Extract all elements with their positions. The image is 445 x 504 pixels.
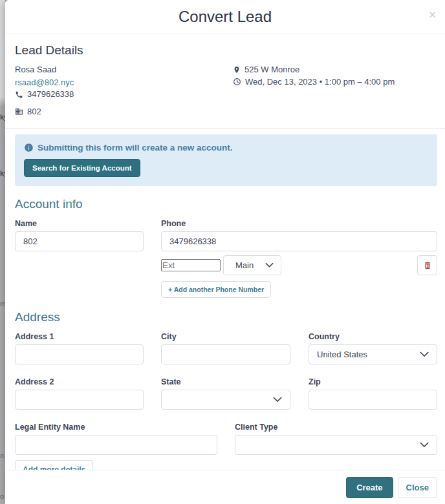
state-label: State [161, 377, 290, 386]
account-name-input[interactable] [15, 231, 144, 251]
lead-details-section: Lead Details Rosa Saad rsaad@802.nyc 347… [5, 34, 445, 129]
address1-label: Address 1 [15, 332, 144, 341]
legal-entity-label: Legal Entity Name [15, 423, 217, 432]
trash-icon [423, 261, 432, 270]
address2-input[interactable] [15, 390, 144, 410]
lead-name: Rosa Saad [15, 64, 233, 76]
legal-entity-input[interactable] [15, 435, 217, 455]
phone-ext-input[interactable] [161, 259, 221, 271]
close-icon[interactable]: × [429, 8, 436, 21]
account-info-heading: Account info [15, 197, 437, 211]
phone-label: Phone [161, 219, 437, 228]
country-value: United States [317, 350, 367, 359]
lead-phone: 3479626338 [27, 89, 74, 101]
new-account-alert: Submitting this form will create a new a… [15, 134, 437, 186]
chevron-down-icon [273, 397, 282, 403]
chevron-down-icon [265, 262, 274, 268]
backdrop-fragment: ky [0, 169, 5, 177]
phone-icon [15, 90, 23, 99]
chevron-down-icon [420, 352, 429, 357]
address-heading: Address [15, 310, 437, 324]
backdrop-fragment: ky [0, 113, 5, 121]
map-pin-icon [233, 65, 241, 74]
state-select[interactable] [161, 390, 290, 410]
delete-phone-button[interactable] [417, 255, 437, 275]
zip-label: Zip [309, 377, 437, 386]
clock-icon [233, 78, 241, 86]
lead-location: 525 W Monroe [244, 64, 299, 76]
name-label: Name [15, 219, 144, 228]
modal-header: Convert Lead × [5, 0, 445, 34]
phone-type-select[interactable]: Main [223, 255, 281, 275]
add-phone-number-button[interactable]: + Add another Phone Number [161, 281, 271, 298]
search-existing-account-button[interactable]: Search for Existing Account [24, 159, 140, 177]
create-button[interactable]: Create [346, 477, 393, 498]
page-title: Convert Lead [179, 8, 272, 26]
lead-email-link[interactable]: rsaad@802.nyc [15, 77, 74, 89]
address1-input[interactable] [15, 344, 144, 364]
backdrop-fragment: m [0, 300, 5, 308]
lead-datetime: Wed, Dec 13, 2023 • 1:00 pm – 4:00 pm [245, 76, 395, 89]
building-icon [15, 107, 23, 116]
address2-label: Address 2 [15, 377, 144, 386]
city-label: City [161, 332, 290, 341]
country-label: Country [309, 332, 437, 341]
account-phone-input[interactable] [161, 231, 437, 251]
modal-footer: Create Close [5, 470, 445, 504]
client-type-label: Client Type [235, 423, 437, 432]
lead-details-heading: Lead Details [15, 43, 437, 58]
close-button[interactable]: Close [398, 477, 437, 498]
backdrop-fragment: o [0, 452, 4, 459]
backdrop-fragment: o [0, 492, 4, 500]
zip-input[interactable] [309, 390, 437, 410]
phone-type-value: Main [235, 260, 254, 270]
lead-company: 802 [27, 106, 41, 118]
city-input[interactable] [161, 344, 290, 364]
alert-message: Submitting this form will create a new a… [38, 143, 233, 152]
info-icon [24, 143, 34, 152]
backdrop-page-sliver: ky ky m o o [0, 0, 5, 504]
chevron-down-icon [420, 442, 429, 448]
client-type-select[interactable] [235, 435, 437, 455]
country-select[interactable]: United States [309, 344, 437, 364]
convert-lead-modal: Convert Lead × Lead Details Rosa Saad rs… [5, 0, 445, 504]
